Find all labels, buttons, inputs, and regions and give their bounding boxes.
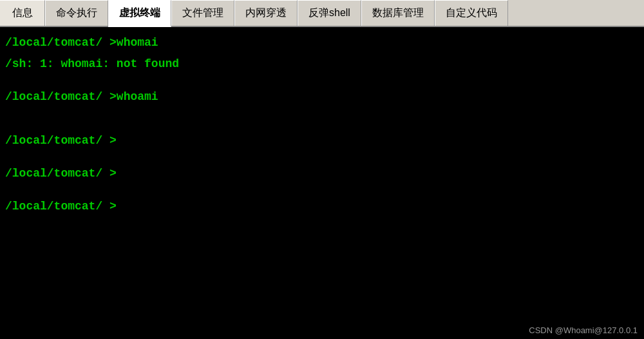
terminal-line: /sh: 1: whomai: not found (5, 55, 639, 73)
tab-customcode[interactable]: 自定义代码 (435, 0, 508, 26)
terminal-line (5, 76, 639, 88)
terminal-line (5, 186, 639, 197)
tab-cmd[interactable]: 命令执行 (45, 0, 108, 26)
tab-filemgr[interactable]: 文件管理 (171, 0, 234, 26)
terminal-line: /local/tomcat/ >whoami (5, 88, 639, 106)
terminal-line: /local/tomcat/ > (5, 131, 639, 150)
terminal-line (5, 108, 639, 120)
terminal-line: /local/tomcat/ > (5, 197, 639, 216)
tab-bar: 信息命令执行虚拟终端文件管理内网穿透反弹shell数据库管理自定义代码 (0, 0, 644, 27)
status-bar: CSDN @Whoami@127.0.0.1 (529, 325, 638, 335)
tab-revshell[interactable]: 反弹shell (298, 0, 361, 26)
terminal-line (5, 153, 639, 164)
tab-vterm[interactable]: 虚拟终端 (108, 0, 171, 27)
terminal-line: /local/tomcat/ > (5, 164, 639, 183)
terminal-line (5, 120, 639, 131)
terminal-line: /local/tomcat/ >whomai (5, 34, 639, 52)
tab-dbmgr[interactable]: 数据库管理 (361, 0, 435, 26)
terminal[interactable]: /local/tomcat/ >whomai/sh: 1: whomai: no… (0, 27, 644, 339)
tab-tunnel[interactable]: 内网穿透 (234, 0, 298, 26)
tab-info[interactable]: 信息 (0, 0, 45, 26)
